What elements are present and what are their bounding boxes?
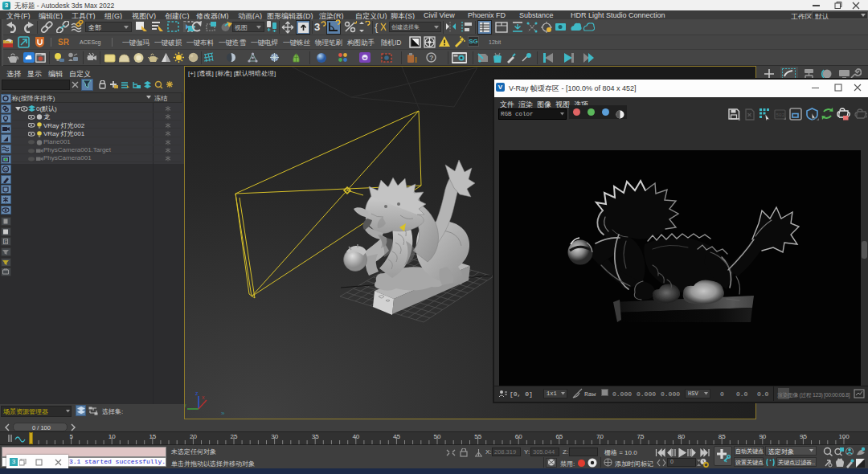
svg-text:F: F [5,239,8,244]
svg-text:{: { [375,21,379,33]
svg-text:z: z [195,390,199,396]
svg-text:502: 502 [776,112,785,118]
svg-text:x: x [202,394,205,400]
svg-text:?: ? [429,54,433,62]
svg-text:Q: Q [4,167,8,172]
svg-text:y: y [185,402,186,409]
